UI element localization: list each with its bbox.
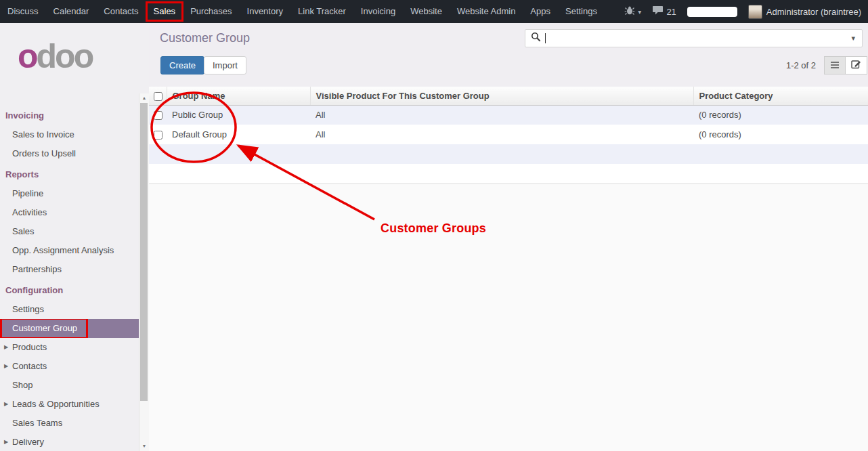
sidebar-item-label: Products [12, 342, 47, 352]
list-view-icon [830, 60, 840, 72]
sidebar: odoo Invoicing Sales to Invoice Orders t… [0, 23, 149, 451]
column-header-product-category[interactable]: Product Category [693, 87, 868, 105]
sidebar-scrollbar[interactable]: ▲ ▼ [139, 93, 149, 451]
sidebar-item-sales-to-invoice[interactable]: Sales to Invoice [0, 125, 139, 144]
table-header-row: Group Name Visible Product For This Cust… [149, 87, 868, 105]
sidebar-item-partnerships[interactable]: Partnerships [0, 260, 139, 279]
nav-purchases[interactable]: Purchases [183, 0, 239, 23]
row-select-cell [149, 125, 167, 144]
cell-product-category[interactable]: (0 records) [693, 105, 868, 125]
main-content: Customer Group ▾ Create Import 1-2 of 2 [149, 23, 868, 451]
row-checkbox[interactable] [154, 111, 162, 120]
chat-bubble-icon [652, 5, 664, 18]
column-header-visible-product[interactable]: Visible Product For This Customer Group [310, 87, 693, 105]
table-row[interactable]: Default Group All (0 records) [149, 125, 868, 144]
sidebar-item-label: Contacts [12, 361, 47, 371]
sidebar-item-pipeline[interactable]: Pipeline [0, 184, 139, 203]
avatar [748, 5, 762, 19]
nav-contacts[interactable]: Contacts [96, 0, 146, 23]
scroll-up-icon[interactable]: ▲ [139, 93, 149, 103]
select-all-cell [149, 87, 167, 105]
control-panel: Customer Group ▾ Create Import 1-2 of 2 [149, 23, 868, 87]
sidebar-item-settings[interactable]: Settings [0, 300, 139, 319]
edit-pencil-icon [851, 59, 861, 72]
scrollbar-thumb[interactable] [140, 103, 148, 401]
messages-count: 21 [666, 7, 676, 17]
cell-visible-product[interactable]: All [310, 125, 693, 144]
sidebar-item-products[interactable]: ▶ Products [0, 338, 139, 357]
cell-visible-product[interactable]: All [310, 105, 693, 125]
nav-sales[interactable]: Sales [146, 0, 183, 23]
nav-website-admin[interactable]: Website Admin [450, 0, 523, 23]
row-checkbox[interactable] [154, 131, 162, 139]
sidebar-section-invoicing: Invoicing [0, 106, 139, 125]
cell-product-category[interactable]: (0 records) [693, 125, 868, 144]
sidebar-item-activities[interactable]: Activities [0, 203, 139, 222]
sidebar-item-customer-group[interactable]: Customer Group [0, 319, 139, 338]
sidebar-item-leads-opportunities[interactable]: ▶ Leads & Opportunities [0, 395, 139, 414]
column-header-group-name[interactable]: Group Name [167, 87, 310, 105]
pager-area: 1-2 of 2 [786, 56, 867, 74]
nav-settings[interactable]: Settings [558, 0, 605, 23]
pager: 1-2 of 2 [786, 60, 816, 70]
sidebar-item-sales-teams[interactable]: Sales Teams [0, 414, 139, 433]
expand-arrow-icon: ▶ [4, 433, 8, 451]
bug-icon [624, 6, 635, 17]
sidebar-section-configuration: Configuration [0, 281, 139, 300]
messages-indicator[interactable]: 21 [652, 5, 676, 18]
expand-arrow-icon: ▶ [4, 357, 8, 376]
search-filters-caret-icon[interactable]: ▾ [850, 34, 856, 43]
expand-arrow-icon: ▶ [4, 395, 8, 414]
sidebar-item-orders-to-upsell[interactable]: Orders to Upsell [0, 144, 139, 163]
caret-down-icon: ▾ [638, 8, 641, 16]
nav-discuss[interactable]: Discuss [0, 0, 46, 23]
sidebar-item-shop[interactable]: Shop [0, 376, 139, 395]
sidebar-item-label: Leads & Opportunities [12, 399, 100, 409]
topbar-right-cluster: ▾ 21 Administrator (braintree) [624, 5, 868, 19]
nav-link-tracker[interactable]: Link Tracker [290, 0, 353, 23]
user-name: Administrator (braintree) [766, 7, 861, 17]
nav-invoicing[interactable]: Invoicing [353, 0, 403, 23]
page-title: Customer Group [160, 31, 250, 45]
nav-apps[interactable]: Apps [523, 0, 558, 23]
search-icon [531, 32, 541, 45]
sidebar-item-delivery[interactable]: ▶ Delivery [0, 433, 139, 451]
select-all-checkbox[interactable] [154, 92, 162, 101]
sidebar-item-contacts[interactable]: ▶ Contacts [0, 357, 139, 376]
top-navbar: Discuss Calendar Contacts Sales Purchase… [0, 0, 868, 23]
empty-row [149, 144, 868, 164]
view-switcher [824, 56, 867, 74]
odoo-logo: odoo [0, 23, 149, 75]
empty-row [149, 164, 868, 184]
sidebar-item-label: Delivery [12, 437, 44, 447]
import-button[interactable]: Import [204, 56, 246, 74]
cell-group-name[interactable]: Default Group [167, 125, 310, 144]
expand-arrow-icon: ▶ [4, 338, 8, 357]
progress-pill [687, 7, 737, 17]
sidebar-item-opp-assignment-analysis[interactable]: Opp. Assignment Analysis [0, 241, 139, 260]
list-view-button[interactable] [824, 56, 846, 74]
nav-inventory[interactable]: Inventory [240, 0, 290, 23]
row-select-cell [149, 105, 167, 125]
debug-menu[interactable]: ▾ [624, 6, 641, 17]
cell-group-name[interactable]: Public Group [167, 105, 310, 125]
create-button[interactable]: Create [160, 56, 204, 74]
sidebar-menu: Invoicing Sales to Invoice Orders to Ups… [0, 104, 139, 451]
search-input[interactable]: ▾ [525, 29, 863, 47]
user-menu[interactable]: Administrator (braintree) [748, 5, 861, 19]
text-cursor-icon [545, 33, 546, 43]
nav-website[interactable]: Website [403, 0, 450, 23]
scroll-down-icon[interactable]: ▼ [139, 442, 149, 451]
sidebar-section-reports: Reports [0, 165, 139, 184]
sidebar-item-sales[interactable]: Sales [0, 222, 139, 241]
table-row[interactable]: Public Group All (0 records) [149, 105, 868, 125]
nav-calendar[interactable]: Calendar [46, 0, 97, 23]
form-view-button[interactable] [846, 56, 867, 74]
list-view: Group Name Visible Product For This Cust… [149, 87, 868, 184]
